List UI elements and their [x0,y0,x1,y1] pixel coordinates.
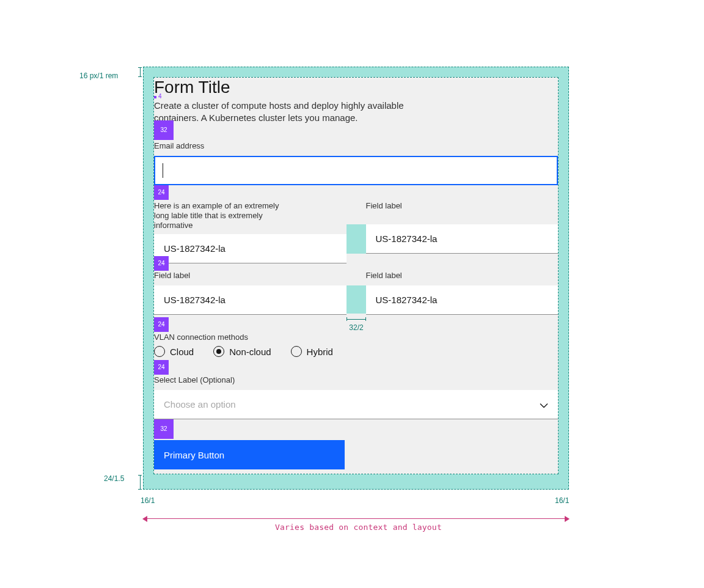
measure-bottom [138,475,142,490]
measure-top [138,67,142,77]
radio-circle-icon [154,346,165,357]
select-placeholder: Choose an option [164,399,236,410]
vlan-radio-group: Cloud Non-cloud Hybrid [154,342,558,357]
annotation-top-padding: 16 px/1 rem [79,72,118,80]
spacer-4-label: 4 [158,94,162,100]
width-ruler [143,518,569,519]
vlan-label: VLAN connection methods [154,333,558,342]
row1-right-input[interactable] [366,224,559,254]
column-gutter-1 [346,224,366,254]
gutter-label: 32/2 [346,323,367,332]
radio-cloud[interactable]: Cloud [154,346,194,357]
text-caret [163,163,163,178]
annotation-inner-left: 16/1 [141,496,155,505]
row2-left-input[interactable] [154,285,346,315]
primary-button[interactable]: Primary Button [154,440,345,469]
row2-right-label: Field label [366,271,559,281]
spacer-32-badge-1: 32 [154,120,174,140]
row2-right-input[interactable] [366,285,559,315]
spacer-4-badge [154,96,156,98]
radio-noncloud-label: Non-cloud [229,347,271,357]
annotation-bottom-padding: 24/1.5 [104,474,124,483]
chevron-down-icon [540,399,548,410]
select-label: Select Label (Optional) [154,375,558,385]
row1-left-label: Here is an example of an extremely long … [154,201,295,230]
radio-circle-icon [291,346,302,357]
form-title: Form Title [154,76,558,98]
gutter-ruler [346,317,366,321]
spacer-24-badge-1: 24 [154,185,169,200]
spacer-32-badge-2: 32 [154,419,174,439]
select-dropdown[interactable]: Choose an option [154,390,558,419]
form-container: Form Title 4 Create a cluster of compute… [153,77,559,474]
email-input[interactable] [154,156,558,185]
spacer-24-badge-2: 24 [154,256,169,271]
radio-cloud-label: Cloud [170,347,194,357]
form-description: Create a cluster of compute hosts and de… [154,98,423,124]
spacer-24-badge-3: 24 [154,317,169,332]
padding-frame: Form Title 4 Create a cluster of compute… [143,67,569,490]
row1-right-label: Field label [366,201,559,221]
radio-hybrid[interactable]: Hybrid [291,346,333,357]
width-caption: Varies based on context and layout [275,523,442,532]
radio-noncloud[interactable]: Non-cloud [213,346,271,357]
row1-left-input[interactable] [154,234,346,263]
annotation-inner-right: 16/1 [555,496,569,505]
radio-hybrid-label: Hybrid [307,347,333,357]
row2-left-label: Field label [154,271,346,281]
column-gutter-2 [346,285,366,314]
spacer-24-badge-4: 24 [154,360,169,375]
radio-circle-selected-icon [213,346,224,357]
email-label: Email address [154,141,558,151]
